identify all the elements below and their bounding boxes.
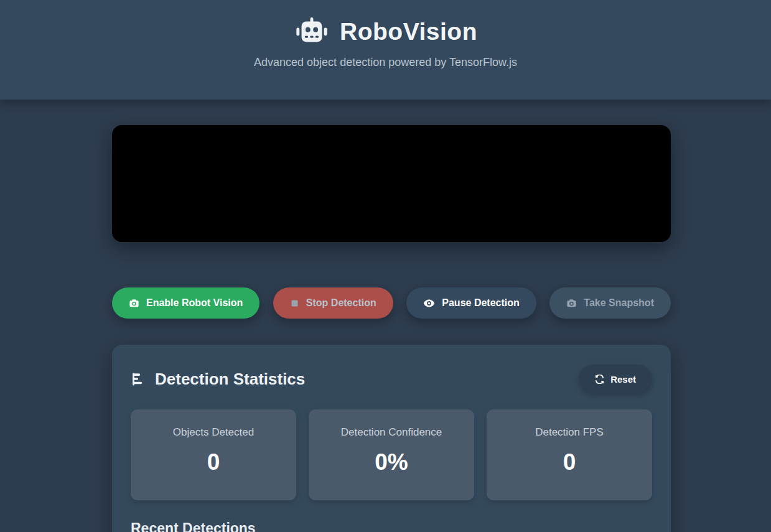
stat-value: 0% <box>309 449 474 475</box>
app-subtitle: Advanced object detection powered by Ten… <box>0 56 771 69</box>
stat-grid: Objects Detected 0 Detection Confidence … <box>131 409 652 500</box>
stat-value: 0 <box>487 449 652 475</box>
app-header: RoboVision Advanced object detection pow… <box>0 0 771 100</box>
pause-detection-label: Pause Detection <box>442 297 519 309</box>
take-snapshot-label: Take Snapshot <box>584 297 654 309</box>
controls-row: Enable Robot Vision Stop Detection Pause… <box>112 287 671 319</box>
stat-label: Detection Confidence <box>309 409 474 439</box>
enable-robot-vision-button[interactable]: Enable Robot Vision <box>112 287 259 319</box>
stop-detection-button: Stop Detection <box>273 287 393 319</box>
video-feed <box>112 125 671 242</box>
stat-value: 0 <box>131 449 296 475</box>
refresh-icon <box>595 375 604 384</box>
enable-robot-vision-label: Enable Robot Vision <box>146 297 243 309</box>
reset-button[interactable]: Reset <box>579 365 652 393</box>
stat-label: Objects Detected <box>131 409 296 439</box>
stop-detection-label: Stop Detection <box>306 297 376 309</box>
bar-chart-icon <box>131 371 146 387</box>
stat-objects-detected: Objects Detected 0 <box>131 409 296 500</box>
stats-header: Detection Statistics Reset <box>131 363 652 394</box>
camera-icon <box>566 298 577 309</box>
main-content: Enable Robot Vision Stop Detection Pause… <box>112 125 671 532</box>
recent-detections-title: Recent Detections <box>131 520 652 532</box>
robot-icon <box>294 17 330 46</box>
stat-label: Detection FPS <box>487 409 652 439</box>
eye-icon <box>423 297 435 309</box>
stat-detection-fps: Detection FPS 0 <box>487 409 652 500</box>
take-snapshot-button: Take Snapshot <box>549 287 671 319</box>
stat-detection-confidence: Detection Confidence 0% <box>309 409 474 500</box>
pause-detection-button[interactable]: Pause Detection <box>406 287 536 319</box>
stats-title: Detection Statistics <box>131 370 305 389</box>
reset-label: Reset <box>610 374 636 385</box>
app-title: RoboVision <box>340 19 477 45</box>
stop-icon <box>290 299 299 308</box>
stats-title-text: Detection Statistics <box>155 370 305 389</box>
title-row: RoboVision <box>0 0 771 46</box>
detection-statistics-card: Detection Statistics Reset <box>112 345 671 532</box>
camera-icon <box>129 298 139 309</box>
